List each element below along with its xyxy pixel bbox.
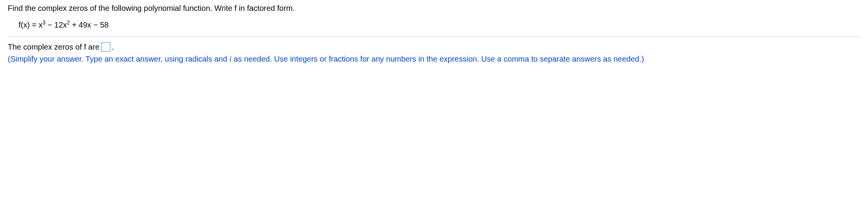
answer-label-after: . bbox=[112, 43, 114, 52]
answer-label-before: The complex zeros of f are bbox=[8, 43, 100, 52]
equation-mid1: − 12x bbox=[45, 21, 67, 29]
equation-suffix: + 49x − 58 bbox=[70, 21, 108, 29]
answer-line: The complex zeros of f are . bbox=[8, 42, 860, 52]
instruction-part2: as needed. Use integers or fractions for… bbox=[232, 55, 644, 63]
instruction-part1: (Simplify your answer. Type an exact ans… bbox=[8, 55, 229, 63]
question-section: Find the complex zeros of the following … bbox=[8, 4, 860, 37]
answer-input[interactable] bbox=[101, 42, 110, 52]
answer-instruction: (Simplify your answer. Type an exact ans… bbox=[8, 55, 860, 64]
equation-prefix: f(x) = x bbox=[19, 21, 43, 29]
polynomial-equation: f(x) = x3 − 12x2 + 49x − 58 bbox=[19, 21, 860, 29]
question-prompt: Find the complex zeros of the following … bbox=[8, 4, 860, 13]
